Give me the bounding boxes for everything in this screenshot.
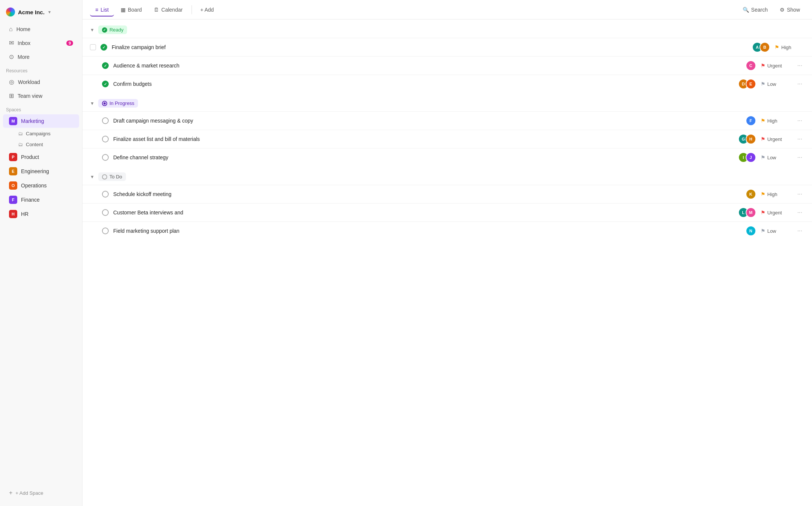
- table-row[interactable]: ✓ Confirm budgets D E ⚑ Low ···: [82, 75, 812, 93]
- priority-label: Low: [767, 228, 776, 234]
- add-button-label: + Add: [200, 7, 214, 13]
- topbar: ≡ List ▦ Board 🗓 Calendar + Add 🔍 Search…: [82, 0, 812, 19]
- task-checkbox[interactable]: [90, 44, 96, 50]
- add-space-icon: +: [9, 490, 12, 496]
- avatar: N: [746, 226, 756, 236]
- product-avatar: P: [9, 153, 17, 161]
- table-row[interactable]: ✓ Finalize campaign brief A B ⚑ High: [82, 38, 812, 56]
- table-row[interactable]: ✓ Audience & market research C ⚑ Urgent …: [82, 56, 812, 75]
- tab-list[interactable]: ≡ List: [90, 4, 114, 16]
- sidebar-item-home[interactable]: ⌂ Home: [3, 23, 79, 36]
- more-options-button[interactable]: ···: [795, 61, 805, 70]
- engineering-avatar: E: [9, 167, 17, 175]
- sidebar-more-label: More: [18, 54, 30, 60]
- priority-label: High: [767, 118, 778, 124]
- task-avatars: K: [726, 189, 756, 199]
- status-badge-todo: To Do: [98, 172, 126, 181]
- add-space-button[interactable]: + + Add Space: [3, 486, 79, 500]
- spaces-section-label: Spaces: [0, 103, 82, 114]
- app-logo[interactable]: Acme Inc. ▾: [0, 4, 82, 22]
- more-options-button[interactable]: ···: [795, 153, 805, 162]
- show-label: Show: [787, 7, 800, 13]
- tab-calendar[interactable]: 🗓 Calendar: [148, 4, 188, 16]
- priority-label: High: [767, 192, 778, 197]
- team-view-label: Team view: [18, 93, 42, 99]
- sidebar-item-workload[interactable]: ◎ Workload: [3, 75, 79, 88]
- priority-label: High: [781, 45, 791, 50]
- more-options-button[interactable]: ···: [795, 226, 805, 236]
- sidebar-item-product[interactable]: P Product: [3, 150, 79, 164]
- add-button[interactable]: + Add: [196, 4, 218, 15]
- flag-icon: ⚑: [761, 118, 766, 124]
- app-title: Acme Inc.: [18, 9, 45, 15]
- priority-flag: ⚑ Low: [761, 228, 791, 234]
- priority-label: Low: [767, 81, 776, 87]
- in-progress-label: In Progress: [109, 100, 134, 106]
- sidebar-item-finance[interactable]: F Finance: [3, 193, 79, 207]
- content-label: Content: [26, 142, 43, 147]
- more-options-button[interactable]: ···: [795, 208, 805, 217]
- table-row[interactable]: Finalize asset list and bill of material…: [82, 130, 812, 148]
- sidebar-item-content[interactable]: 🗂 Content: [3, 139, 79, 150]
- group-header-ready: ▼ Ready: [82, 19, 812, 38]
- sidebar-item-operations[interactable]: O Operations: [3, 179, 79, 192]
- calendar-tab-label: Calendar: [161, 7, 183, 13]
- status-badge-ready: Ready: [98, 25, 127, 34]
- campaigns-label: Campaigns: [26, 131, 51, 136]
- in-progress-dot: [102, 101, 107, 106]
- flag-icon: ⚑: [775, 44, 779, 50]
- more-options-button[interactable]: ···: [795, 116, 805, 126]
- more-icon: ⊙: [9, 53, 14, 60]
- workload-label: Workload: [18, 79, 40, 85]
- finance-avatar: F: [9, 196, 17, 204]
- task-avatars: I J: [726, 152, 756, 163]
- show-filter-icon: ⚙: [780, 7, 785, 13]
- collapse-ready-button[interactable]: ▼: [90, 27, 94, 33]
- group-header-in-progress: ▼ In Progress: [82, 93, 812, 111]
- sidebar-item-marketing[interactable]: M Marketing: [3, 114, 79, 128]
- priority-flag: ⚑ Urgent: [761, 136, 791, 142]
- task-status-icon: [102, 154, 109, 161]
- show-button[interactable]: ⚙ Show: [775, 4, 805, 15]
- task-status-icon: [102, 117, 109, 124]
- sidebar-item-team-view[interactable]: ⊞ Team view: [3, 89, 79, 102]
- search-button[interactable]: 🔍 Search: [738, 4, 772, 15]
- table-row[interactable]: Schedule kickoff meeting K ⚑ High ···: [82, 185, 812, 203]
- avatar: J: [746, 152, 756, 163]
- task-avatars: L M: [726, 207, 756, 218]
- more-options-button[interactable]: ···: [795, 189, 805, 199]
- task-content: ▼ Ready ✓ Finalize campaign brief A B ⚑ …: [82, 19, 812, 506]
- table-row[interactable]: Define channel strategy I J ⚑ Low ···: [82, 148, 812, 166]
- sidebar-item-inbox[interactable]: ✉ Inbox 9: [3, 36, 79, 49]
- table-row[interactable]: Field marketing support plan N ⚑ Low ···: [82, 222, 812, 240]
- collapse-in-progress-button[interactable]: ▼: [90, 101, 94, 106]
- sidebar-item-campaigns[interactable]: 🗂 Campaigns: [3, 129, 79, 139]
- priority-label: Urgent: [767, 210, 782, 216]
- sidebar-inbox-label: Inbox: [18, 40, 30, 46]
- avatar: F: [746, 115, 756, 126]
- table-row[interactable]: Draft campaign messaging & copy F ⚑ High…: [82, 111, 812, 130]
- priority-flag: ⚑ Low: [761, 81, 791, 87]
- more-options-button[interactable]: ···: [795, 79, 805, 89]
- ready-label: Ready: [109, 27, 124, 33]
- priority-flag: ⚑ High: [761, 191, 791, 197]
- sidebar-item-more[interactable]: ⊙ More: [3, 50, 79, 63]
- task-status-icon: [102, 191, 109, 198]
- priority-flag: ⚑ Urgent: [761, 63, 791, 69]
- task-status-icon: ✓: [102, 81, 109, 87]
- tab-board[interactable]: ▦ Board: [115, 4, 147, 16]
- sidebar-item-hr[interactable]: H HR: [3, 207, 79, 221]
- more-options-button[interactable]: ···: [795, 134, 805, 144]
- todo-dot: [102, 174, 107, 180]
- sidebar-item-engineering[interactable]: E Engineering: [3, 165, 79, 178]
- board-tab-icon: ▦: [121, 7, 126, 13]
- group-header-todo: ▼ To Do: [82, 166, 812, 185]
- avatar: K: [746, 189, 756, 199]
- operations-label: Operations: [21, 183, 46, 189]
- board-tab-label: Board: [128, 7, 142, 13]
- logo-icon: [6, 7, 15, 16]
- table-row[interactable]: Customer Beta interviews and L M ⚑ Urgen…: [82, 203, 812, 222]
- engineering-label: Engineering: [21, 168, 49, 174]
- collapse-todo-button[interactable]: ▼: [90, 174, 94, 180]
- task-name: Confirm budgets: [113, 81, 722, 87]
